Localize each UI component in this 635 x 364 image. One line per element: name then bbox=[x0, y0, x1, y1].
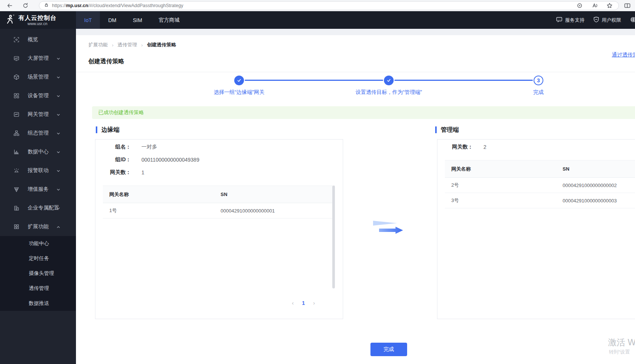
url-text: https://mp.usr.cn/#/cloud/extend/ViewAdd… bbox=[52, 3, 183, 8]
support-link[interactable]: 服务支持 bbox=[556, 16, 584, 24]
step-3-label: 完成 bbox=[533, 89, 544, 96]
table-row: 3号 00004291000000000003 bbox=[445, 193, 635, 208]
url-scheme: https:// bbox=[52, 3, 66, 8]
language-switcher[interactable]: E bbox=[630, 16, 635, 24]
passthrough-help-link[interactable]: 通过透传策 bbox=[612, 52, 635, 58]
logo-site: www.usr.cn bbox=[18, 21, 57, 26]
tab-sim[interactable]: SIM bbox=[125, 11, 150, 29]
gateway-name-cell: 1号 bbox=[103, 207, 214, 214]
permission-link[interactable]: 用户权限 bbox=[593, 16, 621, 24]
favorite-star-icon[interactable] bbox=[607, 3, 613, 9]
group-id-label: 组ID： bbox=[95, 156, 131, 163]
sidebar-label: 报警联动 bbox=[28, 167, 49, 174]
sidebar-item-datacenter[interactable]: 数据中心 bbox=[0, 143, 76, 161]
group-name-value: 一对多 bbox=[141, 144, 157, 150]
check-icon bbox=[236, 78, 242, 83]
chevron-down-icon bbox=[57, 94, 60, 98]
url-domain: mp.usr.cn bbox=[66, 3, 88, 8]
sidebar-item-extend[interactable]: 扩展功能 bbox=[0, 217, 76, 236]
table-header-row: 网关名称 SN bbox=[445, 160, 635, 178]
support-label: 服务支持 bbox=[565, 17, 584, 24]
check-icon bbox=[386, 78, 391, 83]
pagination-page-1[interactable]: 1 bbox=[302, 300, 305, 306]
url-path: /#/cloud/extend/ViewAddPassthroughStrate… bbox=[88, 3, 183, 8]
pagination-next[interactable]: › bbox=[313, 300, 315, 306]
breadcrumb-item[interactable]: 扩展功能 bbox=[88, 42, 108, 48]
submenu-item-camera[interactable]: 摄像头管理 bbox=[0, 266, 76, 281]
top-nav-right: 服务支持 用户权限 E bbox=[556, 11, 635, 29]
edge-section-title: 边缘端 bbox=[96, 126, 119, 133]
sidebar-label: 增值服务 bbox=[28, 186, 49, 193]
manage-gateway-table: 网关名称 SN 2号 00004291000000000002 3号 00004… bbox=[445, 160, 635, 208]
manage-fields: 网关数： 2 bbox=[437, 140, 635, 153]
edge-card: 组名： 一对多 组ID： 00011000000000049389 网关数： 1… bbox=[95, 139, 343, 319]
finish-button[interactable]: 完成 bbox=[370, 343, 407, 356]
alarm-siren-icon bbox=[13, 168, 19, 174]
browser-back-icon[interactable] bbox=[7, 3, 13, 9]
gateway-sn-cell: 00004291000000000003 bbox=[556, 198, 635, 204]
gateway-sn-cell: 00004291000000000002 bbox=[556, 183, 635, 188]
tab-iot[interactable]: IoT bbox=[76, 11, 100, 29]
col-sn: SN bbox=[214, 192, 335, 197]
step-connector bbox=[394, 80, 533, 81]
sidebar-label: 组态管理 bbox=[28, 130, 49, 137]
submenu-item-function-center[interactable]: 功能中心 bbox=[0, 236, 76, 251]
chevron-down-icon bbox=[57, 132, 60, 135]
gateway-count-label: 网关数： bbox=[95, 169, 131, 176]
logo-text: 有人云控制台 www.usr.cn bbox=[18, 15, 57, 26]
breadcrumb-current: 创建透传策略 bbox=[147, 42, 176, 48]
usr-person-logo-icon bbox=[5, 14, 15, 26]
success-banner: 已成功创建透传策略 bbox=[92, 106, 635, 119]
send-to-devices-icon[interactable] bbox=[577, 3, 583, 9]
sidebar-item-overview[interactable]: 概览 bbox=[0, 30, 76, 49]
table-scrollbar[interactable] bbox=[332, 186, 335, 288]
success-message: 已成功创建透传策略 bbox=[98, 109, 144, 116]
gateway-name-cell: 2号 bbox=[445, 182, 556, 189]
sidebar-label: 网关管理 bbox=[28, 111, 49, 118]
sidebar-label: 扩展功能 bbox=[28, 223, 49, 230]
chevron-up-icon bbox=[57, 225, 60, 229]
sidebar-item-alarm[interactable]: 报警联动 bbox=[0, 161, 76, 180]
sidebar-label: 场景管理 bbox=[28, 74, 49, 80]
sidebar-item-device[interactable]: 设备管理 bbox=[0, 86, 76, 105]
extend-modules-icon bbox=[13, 224, 19, 230]
chevron-down-icon bbox=[57, 76, 60, 79]
sidebar-item-configuration[interactable]: 组态管理 bbox=[0, 124, 76, 143]
gateway-sn-cell: 00004291000000000001 bbox=[214, 208, 335, 214]
chevron-down-icon bbox=[57, 169, 60, 173]
building-icon bbox=[13, 205, 19, 211]
sidebar-item-vas[interactable]: 增值服务 bbox=[0, 180, 76, 199]
gateway-chart-icon bbox=[13, 111, 19, 117]
sidebar-label: 大屏管理 bbox=[28, 55, 49, 62]
pagination-prev[interactable]: ‹ bbox=[292, 300, 294, 306]
table-row: 1号 00004291000000000001 bbox=[103, 203, 335, 218]
submenu-item-scheduled-tasks[interactable]: 定时任务 bbox=[0, 251, 76, 266]
tab-mall[interactable]: 官方商城 bbox=[150, 11, 188, 29]
step-2-circle bbox=[384, 76, 394, 85]
chat-bubble-icon bbox=[556, 16, 562, 24]
breadcrumb-separator: › bbox=[112, 42, 113, 48]
browser-refresh-icon[interactable] bbox=[22, 3, 28, 9]
submenu-item-passthrough[interactable]: 透传管理 bbox=[0, 281, 76, 296]
address-bar[interactable]: https://mp.usr.cn/#/cloud/extend/ViewAdd… bbox=[39, 1, 619, 10]
sidebar-item-enterprise[interactable]: 企业专属配置 bbox=[0, 199, 76, 217]
logo[interactable]: 有人云控制台 www.usr.cn bbox=[0, 11, 76, 29]
table-header-row: 网关名称 SN bbox=[103, 186, 335, 203]
chevron-down-icon bbox=[57, 113, 60, 117]
breadcrumb-item[interactable]: 透传管理 bbox=[117, 42, 137, 48]
submenu-item-data-push[interactable]: 数据推送 bbox=[0, 296, 76, 311]
sidebar-item-bigscreen[interactable]: 大屏管理 bbox=[0, 49, 76, 68]
edge-fields: 组名： 一对多 组ID： 00011000000000049389 网关数： 1 bbox=[95, 140, 343, 179]
chevron-down-icon bbox=[57, 188, 60, 192]
manage-card: 网关数： 2 网关名称 SN 2号 00004291000000000002 3… bbox=[437, 139, 635, 319]
tab-dm[interactable]: DM bbox=[100, 11, 125, 29]
gateway-count-value: 1 bbox=[141, 169, 144, 175]
bar-chart-icon bbox=[13, 149, 19, 155]
split-screen-icon[interactable] bbox=[624, 3, 631, 9]
sidebar-item-scene[interactable]: 场景管理 bbox=[0, 68, 76, 86]
shield-icon bbox=[593, 16, 599, 24]
sidebar-item-gateway[interactable]: 网关管理 bbox=[0, 105, 76, 124]
windows-activation-watermark-line2: 转到“设置 bbox=[609, 349, 630, 355]
step-number: 3 bbox=[537, 77, 540, 83]
read-aloud-icon[interactable] bbox=[592, 3, 598, 9]
